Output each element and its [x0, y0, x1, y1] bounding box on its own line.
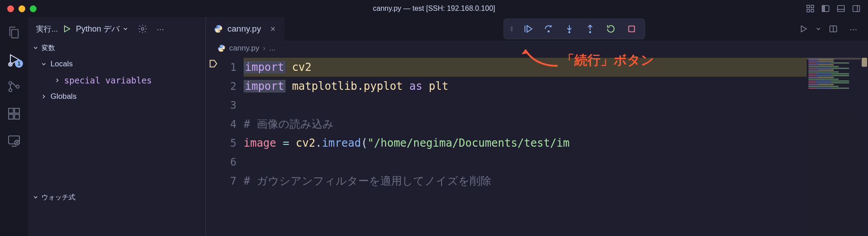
line-numbers: 1234567 [222, 56, 244, 236]
chevron-down-icon [32, 45, 39, 51]
close-icon[interactable] [269, 25, 277, 32]
svg-point-36 [548, 31, 549, 32]
globals-scope[interactable]: Globals [28, 88, 205, 105]
run-icon[interactable] [799, 24, 808, 33]
svg-rect-20 [14, 114, 19, 119]
extensions-icon[interactable] [7, 106, 21, 121]
watch-section[interactable]: ウォッチ式 [28, 190, 205, 204]
run-debug-icon[interactable]: 1 [7, 52, 21, 67]
split-editor-icon[interactable] [829, 24, 838, 33]
gear-icon[interactable] [138, 24, 148, 34]
overview-ruler[interactable] [861, 56, 868, 236]
svg-rect-19 [9, 114, 14, 119]
svg-rect-41 [629, 26, 635, 32]
toggle-secondary-sidebar-icon[interactable] [852, 4, 861, 13]
window-title: canny.py — test [SSH: 192.168.0.100] [373, 5, 495, 13]
svg-rect-1 [811, 5, 814, 8]
step-over-button[interactable] [544, 24, 554, 34]
svg-rect-0 [807, 5, 810, 8]
layout-customize-icon[interactable] [806, 4, 815, 13]
locals-scope[interactable]: Locals [28, 56, 205, 72]
continue-button[interactable] [523, 24, 533, 34]
svg-marker-27 [65, 26, 70, 32]
svg-rect-3 [811, 9, 814, 12]
stop-button[interactable] [627, 24, 637, 34]
run-label: 実行... [36, 24, 58, 34]
svg-point-38 [569, 32, 570, 33]
step-into-button[interactable] [564, 24, 574, 34]
drag-handle[interactable]: ⁝⁝ [510, 25, 512, 32]
start-debug-icon[interactable] [62, 24, 71, 33]
remote-explorer-icon[interactable] [7, 134, 21, 148]
svg-rect-7 [838, 5, 845, 11]
svg-marker-35 [527, 26, 532, 32]
debug-config-header: 実行... Python デバ ··· [28, 17, 205, 41]
svg-point-16 [9, 89, 12, 92]
more-actions[interactable]: ··· [157, 24, 164, 34]
editor-more-icon[interactable]: ··· [850, 24, 857, 34]
special-variables[interactable]: special variables [28, 72, 205, 88]
explorer-icon[interactable] [7, 25, 21, 40]
svg-point-15 [9, 82, 12, 85]
svg-rect-6 [822, 5, 825, 11]
svg-rect-18 [9, 108, 14, 113]
source-control-icon[interactable] [7, 79, 21, 94]
tab-filename: canny.py [227, 24, 261, 34]
chevron-down-icon[interactable] [815, 24, 822, 33]
debug-badge: 1 [15, 60, 23, 68]
chevron-right-icon [54, 77, 60, 83]
debug-config-select[interactable]: Python デバ [76, 23, 129, 34]
chevron-right-icon [41, 93, 47, 100]
svg-rect-9 [853, 5, 860, 11]
toggle-panel-icon[interactable] [836, 4, 845, 13]
activity-bar: 1 [0, 17, 28, 236]
svg-rect-21 [14, 108, 19, 113]
svg-point-40 [590, 32, 591, 33]
code-content[interactable]: import cv2import matplotlib.pyplot as pl… [244, 56, 807, 236]
chevron-down-icon [122, 26, 129, 32]
toggle-primary-sidebar-icon[interactable] [821, 4, 830, 13]
svg-point-17 [16, 85, 19, 88]
chevron-down-icon [41, 61, 47, 67]
debug-toolbar: ⁝⁝ [503, 19, 645, 39]
minimap[interactable] [807, 56, 861, 236]
restart-button[interactable] [606, 24, 616, 34]
window-zoom[interactable] [30, 5, 37, 12]
python-file-icon [217, 44, 226, 52]
window-minimize[interactable] [18, 5, 25, 12]
annotation-label: 「続行」ボタン [561, 51, 654, 69]
svg-rect-2 [807, 9, 810, 12]
svg-marker-31 [801, 26, 807, 32]
tab-canny-py[interactable]: canny.py [206, 17, 285, 41]
svg-point-28 [141, 28, 144, 30]
current-line-marker [208, 59, 218, 69]
python-file-icon [214, 24, 223, 33]
breadcrumb[interactable]: canny.py › ... [206, 41, 868, 56]
step-out-button[interactable] [585, 24, 595, 34]
window-close[interactable] [7, 5, 14, 12]
variables-section[interactable]: 変数 [28, 41, 205, 55]
chevron-down-icon [32, 194, 39, 200]
